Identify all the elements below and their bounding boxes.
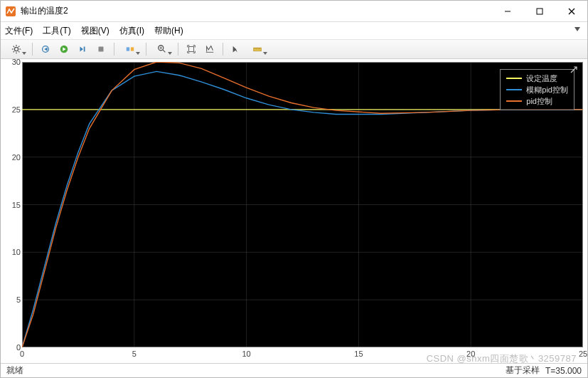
- legend-item-0: 设定温度: [506, 73, 568, 84]
- svg-rect-2: [537, 9, 542, 14]
- svg-line-11: [18, 51, 19, 52]
- cursor-measure-button[interactable]: [228, 41, 245, 57]
- svg-rect-24: [189, 47, 194, 52]
- minimize-button[interactable]: [491, 1, 523, 21]
- status-right-label: 基于采样: [506, 364, 540, 377]
- measurements-button[interactable]: [246, 41, 269, 57]
- svg-line-10: [14, 46, 14, 47]
- menu-tools[interactable]: 工具(T): [43, 25, 70, 37]
- window-title: 输出的温度2: [21, 5, 491, 17]
- autoscale-button[interactable]: [183, 41, 200, 57]
- x-tick-label: 10: [242, 350, 250, 358]
- toolbar-separator: [146, 43, 146, 56]
- legend-swatch-1: [506, 89, 522, 90]
- statusbar: 就绪 基于采样 T=35.000: [1, 363, 587, 377]
- trigger-button[interactable]: [119, 41, 141, 57]
- x-tick-label: 25: [579, 350, 587, 358]
- restore-axes-button[interactable]: [201, 41, 218, 57]
- svg-line-21: [163, 50, 166, 53]
- x-tick-label: 0: [20, 350, 24, 358]
- legend-swatch-0: [506, 78, 522, 79]
- status-right-value: T=35.000: [545, 366, 582, 376]
- step-back-button[interactable]: [37, 41, 54, 57]
- close-button[interactable]: [555, 1, 587, 21]
- svg-rect-18: [127, 47, 129, 51]
- toolbar-separator: [178, 43, 178, 56]
- toolbar: [1, 39, 587, 59]
- y-tick-label: 15: [12, 201, 21, 209]
- plot-background[interactable]: 设定温度 模糊pid控制 pid控制: [22, 62, 583, 347]
- step-forward-button[interactable]: [74, 41, 91, 57]
- legend-item-1: 模糊pid控制: [506, 84, 568, 95]
- menu-file[interactable]: 文件(F): [5, 25, 33, 37]
- menu-help[interactable]: 帮助(H): [154, 25, 183, 37]
- y-tick-label: 20: [12, 153, 21, 162]
- maximize-button[interactable]: [523, 1, 555, 21]
- run-button[interactable]: [55, 41, 73, 57]
- scope-window: 输出的温度2 文件(F) 工具(T) 视图(V) 仿真(I) 帮助(H): [0, 0, 588, 378]
- toolbar-separator: [32, 43, 33, 56]
- svg-rect-17: [99, 47, 104, 52]
- window-buttons: [491, 1, 587, 21]
- svg-line-12: [14, 51, 14, 52]
- menu-view[interactable]: 视图(V): [81, 25, 109, 37]
- legend[interactable]: 设定温度 模糊pid控制 pid控制: [500, 69, 574, 110]
- legend-label-2: pid控制: [526, 95, 552, 107]
- legend-label-1: 模糊pid控制: [526, 84, 568, 95]
- svg-point-5: [14, 47, 18, 51]
- y-tick-label: 25: [12, 105, 21, 114]
- legend-swatch-2: [506, 100, 522, 102]
- y-tick-label: 10: [12, 248, 21, 256]
- x-tick-label: 5: [132, 350, 137, 358]
- toolbar-separator: [223, 43, 223, 56]
- svg-rect-19: [131, 47, 134, 51]
- status-left: 就绪: [6, 364, 23, 377]
- x-tick-label: 15: [354, 350, 363, 358]
- menu-simulate[interactable]: 仿真(I): [119, 25, 144, 37]
- settings-button[interactable]: [5, 41, 28, 57]
- stop-button[interactable]: [92, 41, 109, 57]
- y-tick-label: 5: [16, 295, 21, 304]
- legend-item-2: pid控制: [506, 95, 568, 107]
- titlebar: 输出的温度2: [1, 1, 587, 22]
- menu-expand-icon[interactable]: [573, 25, 582, 33]
- plot-canvas: [22, 62, 583, 347]
- app-icon: [5, 6, 16, 17]
- dock-icon[interactable]: [570, 66, 577, 73]
- y-tick-label: 30: [12, 58, 21, 66]
- toolbar-separator: [114, 43, 114, 56]
- zoom-button[interactable]: [151, 41, 173, 57]
- legend-label-0: 设定温度: [526, 73, 557, 84]
- svg-line-13: [18, 46, 19, 47]
- plot-area: 设定温度 模糊pid控制 pid控制 051015202530051015202…: [1, 59, 587, 363]
- menubar: 文件(F) 工具(T) 视图(V) 仿真(I) 帮助(H): [1, 22, 587, 39]
- x-tick-label: 20: [466, 350, 475, 358]
